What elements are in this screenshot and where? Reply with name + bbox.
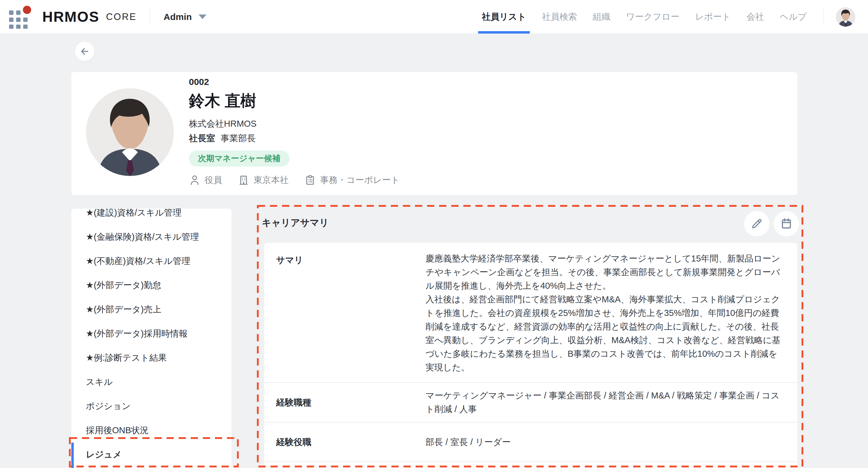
career-summary-card: サマリ 慶應義塾大学経済学部卒業後、マーケティングマネージャーとして15年間、新… (264, 243, 797, 468)
nav-divider (824, 9, 824, 25)
row-value: 部長 / 室長 / リーダー (426, 435, 783, 449)
row-label: 経験役職 (276, 435, 426, 449)
row-label: サマリ (276, 252, 426, 267)
sidebar-item-resume[interactable]: レジュメ (71, 443, 231, 467)
sidebar-item-external-hiring-info[interactable]: ★(外部データ)採用時情報 (71, 322, 231, 346)
row-value: 慶應義塾大学経済学部卒業後、マーケティングマネージャーとして15年間、新製品ロー… (426, 252, 783, 374)
employee-id: 0002 (189, 76, 415, 88)
summary-row: サマリ 慶應義塾大学経済学部卒業後、マーケティングマネージャーとして15年間、新… (264, 243, 797, 383)
nav-tab-help[interactable]: ヘルプ (780, 0, 807, 34)
profile-section-sidebar: ★(建設)資格/スキル管理 ★(金融保険)資格/スキル管理 ★(不動産)資格/ス… (71, 209, 231, 468)
chevron-down-icon (198, 14, 207, 19)
clipboard-icon (304, 174, 316, 186)
employee-profile-card: 0002 鈴木 直樹 株式会社HRMOS 社長室事業部長 次期マネージャー候補 … (71, 72, 797, 195)
back-button[interactable] (75, 42, 94, 61)
skills-experience-row: スキル・経験 市場調査 / 戦略立案 / キャンペーン企画 / 新規市場開拓 /… (264, 462, 797, 468)
back-arrow-icon (80, 46, 90, 57)
nav-divider (150, 9, 150, 25)
history-calendar-button[interactable] (774, 211, 799, 236)
sidebar-item-construction-skills[interactable]: ★(建設)資格/スキル管理 (71, 209, 231, 225)
nav-tab-report[interactable]: レポート (695, 0, 731, 34)
sidebar-item-onboarding-status[interactable]: 採用後ONB状況 (71, 418, 231, 443)
brand-logo[interactable]: HRMOS (42, 8, 99, 25)
nav-tab-company[interactable]: 会社 (746, 0, 764, 34)
person-icon (189, 174, 200, 186)
section-title: キャリアサマリ (262, 216, 329, 229)
profile-photo (86, 88, 174, 176)
brand-suffix: CORE (106, 11, 137, 22)
nav-tab-employee-list[interactable]: 社員リスト (482, 0, 526, 34)
sidebar-item-external-sales[interactable]: ★(外部データ)売上 (71, 297, 231, 322)
nav-tab-workflow[interactable]: ワークフロー (626, 0, 679, 34)
pencil-icon (750, 217, 763, 230)
sidebar-item-external-attendance[interactable]: ★(外部データ)勤怠 (71, 273, 231, 297)
top-navbar: HRMOS CORE Admin 社員リスト 社員検索 組織 ワークフロー レポ… (0, 0, 868, 34)
meta-job-category: 事務・コーポレート (304, 174, 400, 186)
row-value: マーケティングマネージャー / 事業企画部長 / 経営企画 / M&A / 戦略… (426, 389, 783, 416)
calendar-icon (780, 217, 793, 230)
workspace-label: Admin (163, 12, 192, 22)
employee-company: 株式会社HRMOS (189, 118, 415, 129)
sidebar-item-skills[interactable]: スキル (71, 370, 231, 394)
logo-grid-icon[interactable] (8, 5, 32, 29)
experienced-jobs-row: 経験職種 マーケティングマネージャー / 事業企画部長 / 経営企画 / M&A… (264, 383, 797, 423)
user-avatar[interactable] (836, 7, 855, 27)
meta-role: 役員 (189, 174, 222, 186)
edit-button[interactable] (744, 211, 770, 236)
building-icon (238, 174, 249, 186)
sidebar-item-realestate-skills[interactable]: ★(不動産)資格/スキル管理 (71, 249, 231, 273)
meta-office: 東京本社 (238, 174, 289, 186)
sidebar-item-diagnostic-test[interactable]: ★例:診断テスト結果 (71, 346, 231, 370)
experienced-roles-row: 経験役職 部長 / 室長 / リーダー (264, 423, 797, 462)
row-label: 経験職種 (276, 396, 426, 409)
employee-department-line: 社長室事業部長 (189, 133, 415, 144)
employee-name: 鈴木 直樹 (189, 92, 415, 110)
employee-department: 社長室 (189, 133, 215, 143)
status-badge: 次期マネージャー候補 (189, 151, 289, 167)
nav-tab-employee-search[interactable]: 社員検索 (542, 0, 577, 34)
sidebar-item-position[interactable]: ポジション (71, 394, 231, 418)
nav-tab-organization[interactable]: 組織 (593, 0, 610, 34)
employee-title: 事業部長 (221, 133, 256, 143)
workspace-menu[interactable]: Admin (163, 12, 206, 22)
sidebar-item-finance-skills[interactable]: ★(金融保険)資格/スキル管理 (71, 225, 231, 249)
